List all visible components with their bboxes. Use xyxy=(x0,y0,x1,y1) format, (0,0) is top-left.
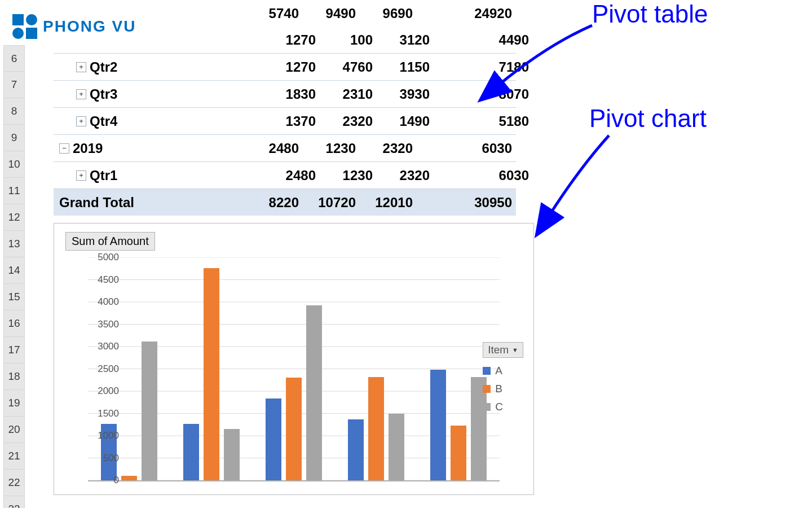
row-total: 6030 xyxy=(433,168,532,183)
y-axis-tick: 500 xyxy=(91,453,119,464)
pivot-table[interactable]: 57409490969024920127010031204490+Qtr2127… xyxy=(54,0,516,216)
expand-icon[interactable]: + xyxy=(76,89,86,99)
legend-label: C xyxy=(495,401,503,413)
arrow-icon xyxy=(491,23,603,96)
y-axis-tick: 3000 xyxy=(91,341,119,352)
row-header[interactable]: 17 xyxy=(3,337,25,364)
row-label-text: 2019 xyxy=(73,141,103,156)
bar-A xyxy=(183,424,199,480)
row-header[interactable]: 19 xyxy=(3,390,25,417)
cell-value: 10720 xyxy=(302,195,359,211)
row-header[interactable]: 22 xyxy=(3,470,25,496)
y-axis-tick: 1000 xyxy=(91,430,119,441)
row-total: 30950 xyxy=(416,195,515,211)
legend-swatch xyxy=(483,367,491,375)
cell-value: 2320 xyxy=(319,113,376,129)
cell-value: 3120 xyxy=(376,32,433,48)
cell-value: 9690 xyxy=(359,6,416,21)
y-axis-tick: 2500 xyxy=(91,364,119,375)
expand-icon[interactable]: + xyxy=(76,62,86,72)
expand-icon[interactable]: + xyxy=(76,170,86,181)
row-header[interactable]: 6 xyxy=(3,45,25,72)
bar-B xyxy=(451,426,466,480)
table-row[interactable]: +Qtr21270476011507180 xyxy=(54,53,516,80)
legend-item: B xyxy=(483,383,523,395)
row-header[interactable]: 12 xyxy=(3,204,25,231)
expand-icon[interactable]: + xyxy=(76,116,86,126)
row-total: 24920 xyxy=(416,6,515,21)
row-header[interactable]: 20 xyxy=(3,417,25,443)
grand-total-row[interactable]: Grand Total8220107201201030950 xyxy=(54,189,516,216)
pivot-chart[interactable]: Sum of Amount 05001000150020002500300035… xyxy=(54,223,534,495)
bar-B xyxy=(286,378,302,480)
row-header[interactable]: 8 xyxy=(3,98,25,125)
table-row[interactable]: 127010031204490 xyxy=(54,27,516,53)
legend-label: B xyxy=(495,383,502,395)
cell-value: 12010 xyxy=(359,195,416,211)
bar-A xyxy=(348,419,364,480)
row-header[interactable]: 21 xyxy=(3,443,25,470)
row-header-gutter: 67891011121314151617181920212223 xyxy=(3,45,25,508)
cell-value: 2480 xyxy=(245,141,302,156)
cell-value: 1370 xyxy=(262,113,319,129)
bar-B xyxy=(204,268,219,480)
table-row[interactable]: −20192480123023206030 xyxy=(54,134,516,161)
table-row[interactable]: +Qtr41370232014905180 xyxy=(54,107,516,134)
table-row[interactable]: +Qtr31830231039308070 xyxy=(54,80,516,107)
chart-legend: Item ▼ ABC xyxy=(483,342,523,419)
cell-value: 2310 xyxy=(319,86,376,102)
y-axis-tick: 5000 xyxy=(91,252,119,263)
y-axis-tick: 0 xyxy=(91,475,119,486)
brand-logo-mark xyxy=(12,14,37,39)
legend-field-button[interactable]: Item ▼ xyxy=(483,342,523,358)
cell-value: 2320 xyxy=(359,141,416,156)
row-total: 6030 xyxy=(416,141,515,156)
row-header[interactable]: 11 xyxy=(3,178,25,204)
row-label-text: Grand Total xyxy=(59,195,134,211)
bar-C xyxy=(224,429,240,480)
cell-value: 2320 xyxy=(376,168,433,183)
cell-value: 1150 xyxy=(376,59,433,75)
row-header[interactable]: 10 xyxy=(3,151,25,178)
annotation-pivot-chart: Pivot chart xyxy=(589,104,707,133)
chart-field-button[interactable]: Sum of Amount xyxy=(65,232,155,251)
bar-B xyxy=(121,476,137,480)
row-header[interactable]: 14 xyxy=(3,257,25,284)
cell-value: 8220 xyxy=(245,195,302,211)
bar-A xyxy=(430,370,446,480)
row-label-text: Qtr4 xyxy=(90,113,117,129)
cell-value: 1270 xyxy=(262,59,319,75)
y-axis-tick: 2000 xyxy=(91,386,119,397)
cell-value: 100 xyxy=(319,32,376,48)
bar-A xyxy=(266,398,281,480)
row-label: +Qtr3 xyxy=(54,86,262,102)
row-label: +Qtr2 xyxy=(54,59,262,75)
row-total: 5180 xyxy=(433,113,532,129)
table-row[interactable]: +Qtr12480123023206030 xyxy=(54,161,516,189)
row-label-text: Qtr3 xyxy=(90,86,117,102)
row-label-text: Qtr2 xyxy=(90,59,117,75)
row-header[interactable]: 16 xyxy=(3,310,25,337)
row-label: +Qtr4 xyxy=(54,113,262,129)
row-label-text: Qtr1 xyxy=(90,168,117,183)
row-header[interactable]: 23 xyxy=(3,496,25,508)
row-label: −2019 xyxy=(54,141,245,156)
cell-value: 1270 xyxy=(262,32,319,48)
row-header[interactable]: 18 xyxy=(3,364,25,390)
table-row[interactable]: 57409490969024920 xyxy=(54,0,516,27)
y-axis-tick: 4500 xyxy=(91,274,119,286)
row-header[interactable]: 9 xyxy=(3,125,25,151)
chevron-down-icon: ▼ xyxy=(512,347,518,353)
annotation-pivot-table: Pivot table xyxy=(592,0,708,28)
legend-field-label: Item xyxy=(488,344,509,356)
collapse-icon[interactable]: − xyxy=(59,143,69,154)
row-header[interactable]: 13 xyxy=(3,231,25,257)
row-header[interactable]: 15 xyxy=(3,284,25,310)
y-axis-tick: 1500 xyxy=(91,408,119,419)
bar-B xyxy=(368,377,384,480)
legend-swatch xyxy=(483,385,491,393)
row-label: Grand Total xyxy=(54,195,245,211)
row-header[interactable]: 7 xyxy=(3,72,25,98)
cell-value: 1230 xyxy=(302,141,359,156)
legend-item: C xyxy=(483,401,523,413)
